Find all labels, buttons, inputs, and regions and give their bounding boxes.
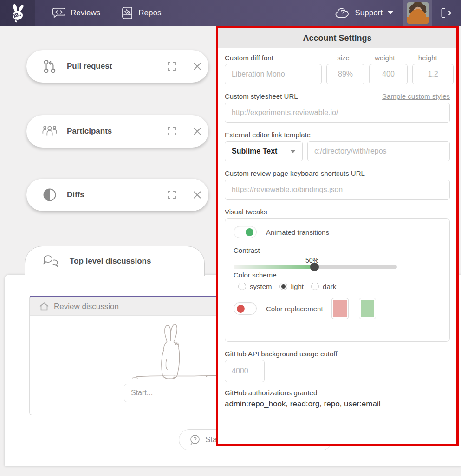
api-cutoff-label: GitHub API background usage cutoff <box>225 350 450 358</box>
nav-item-repos[interactable]: Repos <box>121 6 161 19</box>
review-discussion-title: Review discussion <box>54 302 119 311</box>
tab-label: Top level discussions <box>70 257 151 266</box>
tab-top-level-discussions[interactable]: Top level discussions <box>25 246 205 276</box>
stylesheet-url-label: Custom stylesheet URL <box>225 92 298 100</box>
custom-diff-font-label: Custom diff font <box>225 54 323 62</box>
avatar <box>407 2 429 24</box>
external-editor-label: External editor link template <box>225 131 450 139</box>
toggle-knob <box>237 305 245 313</box>
contrast-slider-track[interactable] <box>234 265 397 269</box>
green-swatch-fill <box>361 300 374 317</box>
visual-tweaks-section: Visual tweaks Animated transitions Contr… <box>225 208 450 342</box>
support-menu[interactable]: Support <box>335 7 393 19</box>
font-size-input[interactable] <box>326 64 364 84</box>
account-settings-panel: Account Settings Custom diff font size w… <box>216 26 459 446</box>
contrast-label: Contrast <box>234 246 441 254</box>
nav-right-group: Support <box>335 0 461 26</box>
brand-logo[interactable] <box>0 0 35 26</box>
visual-tweaks-box: Animated transitions Contrast 50% Color … <box>225 218 450 342</box>
home-icon <box>39 302 49 311</box>
authorizations-value: admin:repo_hook, read:org, repo, user:em… <box>225 399 450 409</box>
card-label: Pull request <box>67 62 167 71</box>
color-swatch-added[interactable] <box>359 298 376 319</box>
start-discussion-input[interactable] <box>124 384 219 402</box>
line-height-input[interactable] <box>412 64 454 84</box>
authorizations-section: GitHub authorizations granted admin:repo… <box>225 389 450 409</box>
contrast-slider: 50% <box>234 257 397 261</box>
pink-swatch-fill <box>333 300 347 317</box>
custom-diff-font-section: Custom diff font size weight height <box>225 54 450 84</box>
shortcuts-url-input[interactable] <box>225 180 450 200</box>
size-label: size <box>323 54 364 62</box>
bunny-logo-icon <box>7 3 28 23</box>
toggle-knob <box>246 228 253 236</box>
card-pull-request[interactable]: Pull request <box>26 50 208 83</box>
radio-scheme-light[interactable]: light <box>279 283 304 290</box>
support-cloud-question-icon <box>335 7 351 19</box>
chat-bubbles-icon <box>43 255 59 268</box>
radio-circle-checked <box>279 283 287 290</box>
pull-request-icon <box>42 58 58 74</box>
card-label: Diffs <box>67 190 167 199</box>
api-cutoff-section: GitHub API background usage cutoff <box>225 350 450 382</box>
radio-scheme-dark[interactable]: dark <box>311 283 336 290</box>
editor-template-input[interactable] <box>307 141 450 161</box>
radio-circle <box>238 283 246 290</box>
color-replacement-label: Color replacement <box>266 305 323 313</box>
question-bubble-icon <box>189 434 201 445</box>
custom-stylesheet-section: Custom stylesheet URL Sample custom styl… <box>225 92 450 123</box>
authorizations-label: GitHub authorizations granted <box>225 389 450 397</box>
support-caret-down-icon <box>388 11 393 14</box>
radio-scheme-system[interactable]: system <box>238 283 272 290</box>
repos-book-icon <box>121 6 134 19</box>
card-participants[interactable]: Participants <box>26 115 208 148</box>
close-icon[interactable] <box>186 62 208 71</box>
expand-icon[interactable] <box>167 190 176 199</box>
sign-out-button[interactable] <box>432 7 461 19</box>
support-label: Support <box>355 8 383 18</box>
chevron-down-icon <box>290 150 296 153</box>
account-settings-body: Custom diff font size weight height Cust… <box>218 48 456 413</box>
external-editor-section: External editor link template Sublime Te… <box>225 131 450 161</box>
expand-icon[interactable] <box>167 127 176 136</box>
account-settings-title: Account Settings <box>218 28 456 48</box>
color-replacement-toggle[interactable] <box>234 302 257 315</box>
animated-transitions-label: Animated transitions <box>266 228 329 236</box>
nav-item-reviews[interactable]: Reviews <box>52 7 100 19</box>
sign-out-icon <box>441 7 453 19</box>
card-diffs[interactable]: Diffs <box>26 179 208 211</box>
weight-label: weight <box>364 54 406 62</box>
nav-item-label: Repos <box>138 8 161 18</box>
user-avatar-cell[interactable] <box>403 0 432 26</box>
radio-circle <box>311 283 319 290</box>
close-icon[interactable] <box>186 127 208 135</box>
editor-dropdown[interactable]: Sublime Text <box>225 141 303 161</box>
keyboard-shortcuts-section: Custom review page keyboard shortcuts UR… <box>225 169 450 200</box>
top-nav-bar: Reviews Repos Support <box>0 0 461 26</box>
radio-label: system <box>250 283 272 290</box>
expand-icon[interactable] <box>167 62 176 71</box>
visual-tweaks-label: Visual tweaks <box>225 208 450 216</box>
sample-custom-styles-link[interactable]: Sample custom styles <box>382 92 450 100</box>
api-cutoff-input[interactable] <box>225 360 265 382</box>
editor-dropdown-value: Sublime Text <box>232 147 277 155</box>
diff-font-input[interactable] <box>225 64 322 84</box>
reviews-bubble-icon <box>52 7 66 19</box>
participants-icon <box>42 124 58 139</box>
radio-label: dark <box>323 283 336 290</box>
nav-item-label: Reviews <box>71 8 100 18</box>
diffs-half-circle-icon <box>42 187 58 202</box>
contrast-slider-thumb[interactable] <box>310 263 319 271</box>
card-label: Participants <box>67 127 167 136</box>
height-label: height <box>406 54 450 62</box>
stylesheet-url-input[interactable] <box>225 103 450 123</box>
close-icon[interactable] <box>186 191 208 199</box>
color-swatch-removed[interactable] <box>331 298 349 319</box>
color-scheme-label: Color scheme <box>234 271 441 279</box>
font-weight-input[interactable] <box>369 64 408 84</box>
contrast-slider-fill <box>234 265 314 269</box>
radio-label: light <box>291 283 304 290</box>
shortcuts-url-label: Custom review page keyboard shortcuts UR… <box>225 169 450 177</box>
animated-transitions-toggle[interactable] <box>234 226 257 238</box>
